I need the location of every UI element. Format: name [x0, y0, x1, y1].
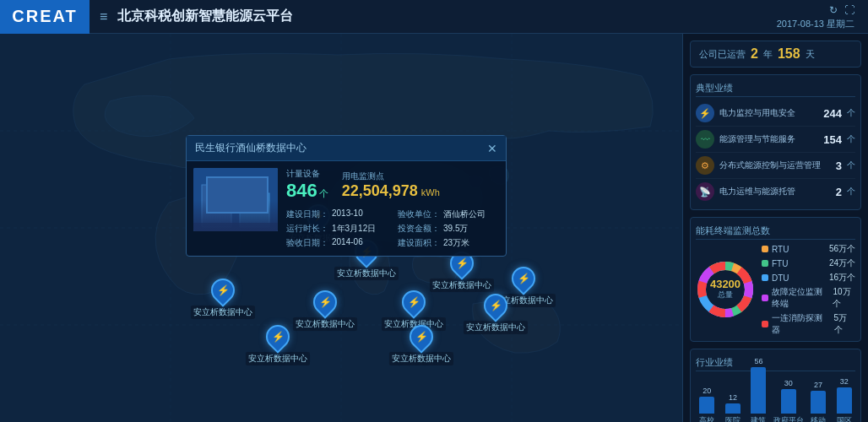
donut-section: 能耗终端监测总数 43200 总量: [690, 217, 861, 342]
metric-item: 〰 能源管理与节能服务 154 个: [696, 127, 855, 153]
donut-title: 能耗终端监测总数: [696, 223, 855, 240]
marker-lightning-icon: ⚡: [415, 331, 427, 343]
bar-group: 30 政府平台: [773, 380, 804, 422]
legend-item: 故障定位监测终端 10万个: [762, 286, 855, 310]
bar-group: 12 医院: [722, 394, 745, 422]
metric-icon-distributed: ⚙: [696, 156, 714, 175]
bar-rect: [811, 391, 826, 414]
donut-legend: RTU 56万个 FTU 24万个 DTU 16万个: [762, 243, 855, 336]
svg-rect-10: [206, 189, 213, 196]
marker-label: 安立析数据中心: [191, 306, 255, 319]
bar-chart: 20 高校 12 医院 56 建筑 30 政府平台 27 移动 32 国区: [696, 375, 855, 422]
info-run-time: 运行时长： 1年3月12日: [286, 223, 388, 235]
bar-label: 移动: [811, 415, 826, 422]
info-invest: 投资金额： 39.5万: [398, 223, 499, 235]
bar-rect: [699, 397, 714, 414]
popup-image: [193, 168, 278, 231]
page-title: 北京科税创新智慧能源云平台: [117, 8, 293, 25]
popup-stats-top: 计量设备 846 个 用电监测点 22,504,978 kWh: [286, 168, 499, 202]
bar-rect: [751, 367, 766, 414]
company-runtime: 公司已运营 2 年 158 天: [690, 41, 861, 68]
legend-label-ftu: FTU: [772, 259, 788, 268]
legend-label-fault: 故障定位监测终端: [772, 286, 829, 310]
legend-val-dtu: 16万个: [829, 272, 855, 284]
legend-label-dtu: DTU: [772, 273, 789, 283]
bar-group: 27 移动: [807, 381, 830, 422]
map-marker[interactable]: ⚡ 安立析数据中心: [246, 325, 310, 365]
metric-icon-maintenance: 📡: [696, 182, 714, 201]
metric-item: ⚙ 分布式能源控制与运营管理 3 个: [696, 153, 855, 179]
legend-dot-dtu: [762, 274, 768, 281]
marker-lightning-icon: ⚡: [271, 331, 284, 343]
devices-stat: 计量设备 846 个: [286, 168, 328, 202]
legend-dot-fire: [762, 321, 768, 327]
map-area[interactable]: ⚡ 安立析数据中心 ⚡ 安立析数据中心 ⚡ 安立析数据中心 ⚡ 安立析数据中心 …: [0, 34, 682, 422]
bar-group: 56 建筑: [747, 358, 770, 422]
bar-group: 20 高校: [696, 387, 719, 422]
marker-lightning-icon: ⚡: [517, 273, 529, 284]
logo: CREAT: [0, 0, 90, 34]
metrics-title: 典型业绩: [696, 80, 855, 97]
metric-icon-energy: 〰: [696, 130, 714, 149]
info-check-date: 验收日期： 2014-06: [286, 237, 388, 249]
donut-center-value: 43200: [710, 279, 741, 289]
right-panel: 公司已运营 2 年 158 天 典型业绩 ⚡ 电力监控与用电安全 244 个 〰…: [682, 34, 868, 422]
map-marker[interactable]: ⚡ 安立析数据中心: [430, 252, 494, 292]
marker-lightning-icon: ⚡: [490, 300, 502, 311]
popup-stats: 计量设备 846 个 用电监测点 22,504,978 kWh: [286, 168, 499, 249]
legend-val-fire: 5万个: [834, 312, 855, 336]
menu-icon[interactable]: ≡: [100, 9, 107, 24]
refresh-icon[interactable]: ↻: [829, 3, 838, 15]
svg-rect-9: [240, 193, 269, 227]
legend-val-fault: 10万个: [833, 286, 855, 310]
svg-rect-7: [193, 168, 278, 231]
info-check-unit: 验收单位： 酒仙桥公司: [398, 208, 499, 220]
legend-label-rtu: RTU: [772, 245, 789, 254]
legend-item: FTU 24万个: [762, 257, 855, 269]
bar-label: 国区: [837, 415, 852, 422]
legend-item: 一连消防探测器 5万个: [762, 312, 855, 336]
metrics-list: 典型业绩 ⚡ 电力监控与用电安全 244 个 〰 能源管理与节能服务 154 个…: [690, 74, 861, 210]
map-marker[interactable]: ⚡ 安立析数据中心: [191, 279, 255, 319]
legend-item: DTU 16万个: [762, 272, 855, 284]
bar-section: 行业业绩 20 高校 12 医院 56 建筑 30 政府平台 27 移动 32: [690, 349, 861, 422]
bar-rect: [725, 403, 741, 414]
svg-rect-14: [244, 197, 251, 204]
bar-label: 建筑: [751, 415, 766, 422]
svg-rect-8: [202, 185, 231, 227]
bar-rect: [837, 387, 852, 414]
marker-label: 安立析数据中心: [334, 267, 399, 280]
metric-icon-power: ⚡: [696, 104, 714, 122]
svg-rect-12: [206, 198, 213, 205]
marker-lightning-icon: ⚡: [319, 296, 332, 308]
bar-value: 56: [754, 358, 762, 365]
bar-title: 行业业绩: [696, 354, 855, 371]
donut-chart: 43200 总量: [696, 260, 755, 319]
legend-val-ftu: 24万个: [829, 257, 855, 269]
legend-item: RTU 56万个: [762, 243, 855, 255]
bar-value: 27: [814, 381, 822, 389]
popup-close-button[interactable]: ✕: [487, 142, 497, 155]
main-content: ⚡ 安立析数据中心 ⚡ 安立析数据中心 ⚡ 安立析数据中心 ⚡ 安立析数据中心 …: [0, 34, 868, 422]
map-marker[interactable]: ⚡ 安立析数据中心: [464, 294, 528, 334]
map-marker[interactable]: ⚡ 安立析数据中心: [389, 325, 453, 365]
svg-rect-13: [215, 198, 222, 205]
marker-label: 安立析数据中心: [464, 321, 528, 334]
legend-dot-rtu: [762, 246, 768, 252]
svg-rect-16: [193, 223, 278, 231]
marker-lightning-icon: ⚡: [408, 296, 420, 308]
popup-header: 民生银行酒仙桥数据中心 ✕: [187, 136, 506, 161]
legend-dot-ftu: [762, 260, 768, 267]
marker-label: 安立析数据中心: [389, 352, 453, 365]
svg-rect-11: [215, 189, 222, 196]
donut-center-label: 总量: [710, 289, 741, 300]
fullscreen-icon[interactable]: ⛶: [844, 3, 854, 15]
info-area: 建设面积： 23万米: [398, 237, 499, 249]
building-image-svg: [193, 168, 278, 231]
marker-label: 安立析数据中心: [246, 352, 310, 365]
popup-title: 民生银行酒仙桥数据中心: [195, 141, 307, 155]
marker-lightning-icon: ⚡: [217, 284, 230, 296]
donut-container: 43200 总量 RTU 56万个 FTU 24万个: [696, 243, 855, 336]
svg-rect-15: [254, 197, 261, 204]
header: CREAT ≡ 北京科税创新智慧能源云平台 ↻ ⛶ 2017-08-13 星期二: [0, 0, 868, 34]
